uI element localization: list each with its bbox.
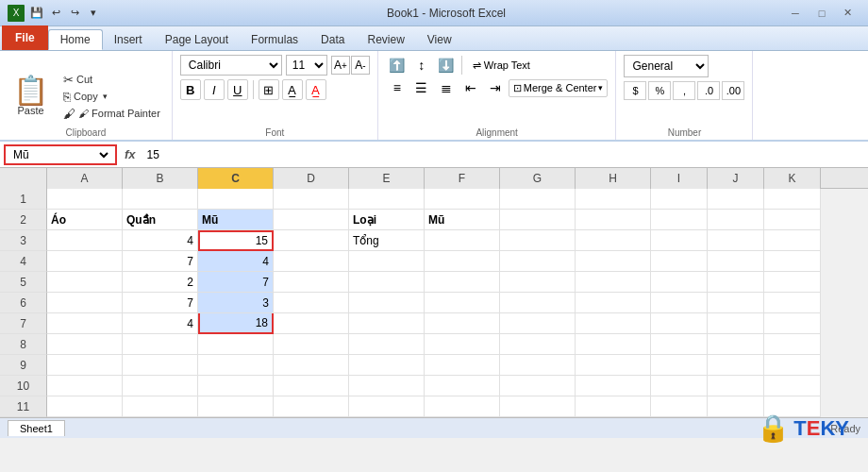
cell-k7[interactable] <box>764 313 821 334</box>
cell-d5[interactable] <box>274 272 349 293</box>
col-header-c[interactable]: C <box>198 168 274 189</box>
row-header-1[interactable]: 1 <box>0 189 47 210</box>
cell-a5[interactable] <box>47 272 123 293</box>
cell-j2[interactable] <box>708 210 764 230</box>
cell-h2[interactable] <box>576 210 651 230</box>
font-family-selector[interactable]: Calibri <box>180 55 282 76</box>
col-header-d[interactable]: D <box>274 168 349 189</box>
cell-g7[interactable] <box>500 313 576 334</box>
cell-c5[interactable]: 7 <box>198 272 274 293</box>
merge-center-button[interactable]: ⊡ Merge & Center ▾ <box>509 79 609 97</box>
cell-d6[interactable] <box>274 293 349 313</box>
cell-j11[interactable] <box>708 396 764 417</box>
tab-formulas[interactable]: Formulas <box>240 29 309 50</box>
cell-h11[interactable] <box>576 396 651 417</box>
cell-a1[interactable] <box>47 189 123 210</box>
cell-j7[interactable] <box>708 313 764 334</box>
cell-h7[interactable] <box>576 313 651 334</box>
cell-i11[interactable] <box>651 396 708 417</box>
cell-d7[interactable] <box>274 313 349 334</box>
cell-b1[interactable] <box>123 189 198 210</box>
cell-j10[interactable] <box>708 376 764 396</box>
cell-d8[interactable] <box>274 334 349 355</box>
cell-k9[interactable] <box>764 355 821 376</box>
cell-i1[interactable] <box>651 189 708 210</box>
cell-i4[interactable] <box>651 251 708 272</box>
cell-a3[interactable] <box>47 230 123 251</box>
cell-i7[interactable] <box>651 313 708 334</box>
redo-btn[interactable]: ↪ <box>66 5 83 22</box>
cell-h3[interactable] <box>576 230 651 251</box>
cell-a10[interactable] <box>47 376 123 396</box>
col-header-k[interactable]: K <box>764 168 821 189</box>
cell-i3[interactable] <box>651 230 708 251</box>
font-color-button[interactable]: A̲ <box>306 79 326 100</box>
font-size-selector[interactable]: 11 <box>286 55 327 76</box>
merge-dropdown[interactable]: ▾ <box>598 83 603 93</box>
cell-i5[interactable] <box>651 272 708 293</box>
cell-b3[interactable]: 4 <box>123 230 198 251</box>
decimal-decrease-btn[interactable]: .00 <box>722 81 744 100</box>
cell-j4[interactable] <box>708 251 764 272</box>
cell-d9[interactable] <box>274 355 349 376</box>
indent-increase-btn[interactable]: ⇥ <box>484 77 507 98</box>
cell-e2[interactable]: Loại <box>349 210 425 230</box>
cell-e3[interactable]: Tổng <box>349 230 425 251</box>
fill-color-button[interactable]: A̲ <box>282 79 303 100</box>
name-box-select[interactable]: Mũ <box>9 147 111 162</box>
sheet-tab-1[interactable]: Sheet1 <box>8 420 65 436</box>
cell-a2[interactable]: Áo <box>47 210 123 230</box>
format-painter-button[interactable]: 🖌 🖌 Format Painter <box>59 106 164 122</box>
border-button[interactable]: ⊞ <box>259 79 279 100</box>
cell-f6[interactable] <box>425 293 500 313</box>
tab-review[interactable]: Review <box>356 29 415 50</box>
cell-c9[interactable] <box>198 355 274 376</box>
cell-i6[interactable] <box>651 293 708 313</box>
col-header-a[interactable]: A <box>47 168 123 189</box>
row-header-6[interactable]: 6 <box>0 293 47 313</box>
row-header-5[interactable]: 5 <box>0 272 47 293</box>
cell-j1[interactable] <box>708 189 764 210</box>
cell-g8[interactable] <box>500 334 576 355</box>
cell-e4[interactable] <box>349 251 425 272</box>
cell-e11[interactable] <box>349 396 425 417</box>
cell-g5[interactable] <box>500 272 576 293</box>
cell-c7[interactable]: 18 <box>198 313 274 334</box>
tab-view[interactable]: View <box>416 29 463 50</box>
cell-d2[interactable] <box>274 210 349 230</box>
tab-insert[interactable]: Insert <box>103 29 154 50</box>
tab-page-layout[interactable]: Page Layout <box>154 29 240 50</box>
cell-f11[interactable] <box>425 396 500 417</box>
cell-b9[interactable] <box>123 355 198 376</box>
row-header-8[interactable]: 8 <box>0 334 47 355</box>
cell-e1[interactable] <box>349 189 425 210</box>
cell-i2[interactable] <box>651 210 708 230</box>
cell-e6[interactable] <box>349 293 425 313</box>
copy-dropdown[interactable]: ▾ <box>103 92 108 101</box>
percent-btn[interactable]: % <box>648 81 671 100</box>
cell-d10[interactable] <box>274 376 349 396</box>
cut-button[interactable]: ✂ Cut <box>59 72 164 88</box>
row-header-4[interactable]: 4 <box>0 251 47 272</box>
cell-e5[interactable] <box>349 272 425 293</box>
align-right-btn[interactable]: ≣ <box>435 77 458 98</box>
bold-button[interactable]: B <box>180 79 201 100</box>
underline-button[interactable]: U <box>227 79 248 100</box>
undo-btn[interactable]: ↩ <box>47 5 64 22</box>
tab-file[interactable]: File <box>2 25 48 50</box>
cell-f8[interactable] <box>425 334 500 355</box>
cell-d4[interactable] <box>274 251 349 272</box>
cell-h9[interactable] <box>576 355 651 376</box>
formula-input[interactable] <box>143 144 864 165</box>
col-header-h[interactable]: H <box>576 168 651 189</box>
cell-c11[interactable] <box>198 396 274 417</box>
col-header-b[interactable]: B <box>123 168 198 189</box>
cell-f2[interactable]: Mũ <box>425 210 500 230</box>
tab-home[interactable]: Home <box>48 29 103 50</box>
cell-d1[interactable] <box>274 189 349 210</box>
cell-k6[interactable] <box>764 293 821 313</box>
cell-e9[interactable] <box>349 355 425 376</box>
cell-k2[interactable] <box>764 210 821 230</box>
cell-c6[interactable]: 3 <box>198 293 274 313</box>
row-header-3[interactable]: 3 <box>0 230 47 251</box>
